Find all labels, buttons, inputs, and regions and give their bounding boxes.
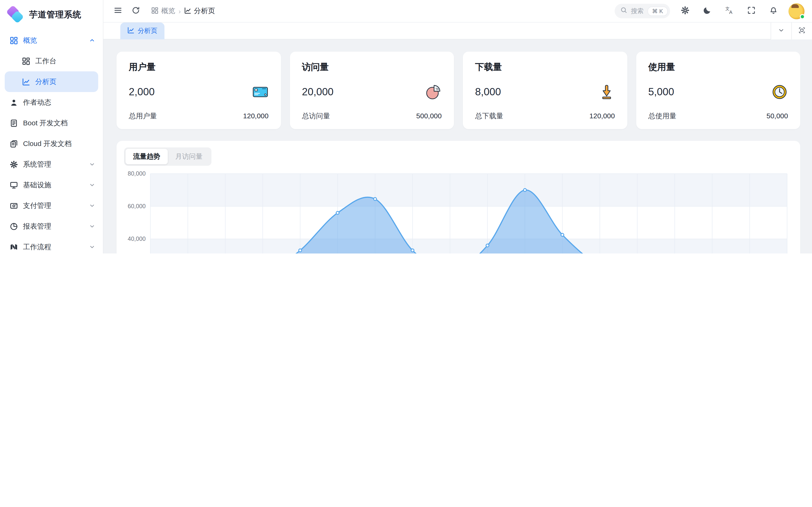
- settings-button[interactable]: [678, 4, 692, 18]
- sidebar-item-infrastructure[interactable]: 基础设施: [0, 175, 103, 195]
- app-window: 芋道管理系统 概览工作台分析页作者动态Boot 开发文档Cloud 开发文档系统…: [0, 0, 812, 253]
- stat-total-label: 总用户量: [129, 112, 157, 121]
- stat-card-value: 2,000: [129, 86, 155, 98]
- chevron-down-icon: [89, 161, 95, 168]
- dark-mode-button[interactable]: [700, 4, 714, 18]
- search-icon: [620, 7, 627, 15]
- user-count-icon: [252, 83, 268, 101]
- breadcrumb-root[interactable]: 概览: [151, 7, 175, 15]
- visit-count-icon: %: [425, 83, 442, 101]
- sidebar: 芋道管理系统 概览工作台分析页作者动态Boot 开发文档Cloud 开发文档系统…: [0, 0, 103, 253]
- sidebar-item-label: 工作台: [35, 57, 95, 65]
- gear-icon: [9, 160, 18, 169]
- stat-card-usage-count: 使用量5,000总使用量50,000: [636, 52, 800, 129]
- chevron-down-icon: [89, 182, 95, 188]
- sidebar-item-label: 概览: [23, 36, 89, 45]
- refresh-icon: [132, 6, 140, 16]
- sidebar-item-label: 支付管理: [23, 201, 89, 210]
- traffic-trend-chart[interactable]: 020,00040,00060,00080,0006:007:008:009:0…: [124, 170, 793, 253]
- sidebar-item-system[interactable]: 系统管理: [0, 154, 103, 175]
- sidebar-item-label: 作者动态: [23, 98, 95, 107]
- pie-icon: [9, 222, 18, 230]
- doc-icon: [9, 119, 18, 127]
- hamburger-icon: [114, 6, 122, 16]
- topbar-right: 搜索 ⌘ K 文A: [614, 3, 812, 19]
- chevron-down-icon: [89, 244, 95, 250]
- user-icon: [9, 98, 18, 107]
- tab-analysis[interactable]: 分析页: [120, 22, 164, 40]
- stat-card-download-count: 下载量8,000总下载量120,000: [463, 52, 627, 129]
- online-status-dot: [800, 14, 805, 19]
- svg-text:A: A: [729, 10, 732, 14]
- tab-bar-actions: [771, 22, 812, 40]
- chart-icon: [21, 77, 30, 86]
- stat-card-title: 用户量: [129, 61, 268, 73]
- sidebar-item-label: Cloud 开发文档: [23, 139, 95, 148]
- sidebar-item-overview[interactable]: 概览: [0, 30, 103, 51]
- workflow-icon: [9, 243, 18, 251]
- language-button[interactable]: 文A: [722, 4, 737, 18]
- usage-count-icon: [771, 83, 788, 101]
- sidebar-item-label: 工作流程: [23, 242, 89, 251]
- sidebar-item-label: 系统管理: [23, 160, 89, 169]
- topbar: 概览 › 分析页 搜索 ⌘ K 文A: [103, 0, 812, 22]
- moon-icon: [703, 6, 711, 16]
- tab-monthly-visits[interactable]: 月访问量: [168, 149, 210, 164]
- svg-text:%: %: [436, 87, 439, 91]
- payment-icon: [9, 202, 18, 210]
- sidebar-item-label: Boot 开发文档: [23, 119, 95, 127]
- stat-total-value: 500,000: [416, 112, 442, 121]
- grid-icon: [9, 36, 18, 45]
- content-fullscreen-button[interactable]: [791, 22, 812, 40]
- stat-total-value: 120,000: [590, 112, 615, 121]
- grid-icon: [21, 57, 30, 65]
- stat-total-value: 120,000: [243, 112, 268, 121]
- stat-card-value: 8,000: [475, 86, 501, 98]
- search-placeholder: 搜索: [631, 7, 644, 15]
- chevron-up-icon: [89, 37, 95, 44]
- sidebar-item-boot-docs[interactable]: Boot 开发文档: [0, 113, 103, 133]
- main-content: 用户量2,000总用户量120,000访问量20,000%总访问量500,000…: [103, 40, 812, 253]
- breadcrumb: 概览 › 分析页: [151, 7, 215, 15]
- chevron-down-icon: [89, 223, 95, 230]
- bell-icon: [769, 6, 778, 16]
- chart-icon: [184, 7, 191, 15]
- stat-card-value: 20,000: [302, 86, 334, 98]
- sidebar-item-label: 报表管理: [23, 222, 89, 231]
- search-input[interactable]: 搜索 ⌘ K: [614, 4, 670, 18]
- tab-options-button[interactable]: [771, 22, 791, 40]
- monitor-icon: [9, 181, 18, 189]
- breadcrumb-separator: ›: [179, 7, 181, 15]
- stats-row: 用户量2,000总用户量120,000访问量20,000%总访问量500,000…: [116, 52, 800, 129]
- app-logo[interactable]: 芋道管理系统: [0, 0, 103, 27]
- sidebar-item-workflow[interactable]: 工作流程: [0, 237, 103, 253]
- docs-icon: [9, 139, 18, 148]
- sidebar-item-label: 分析页: [35, 77, 91, 86]
- tab-bar: 分析页: [103, 22, 812, 40]
- sidebar-item-analysis[interactable]: 分析页: [5, 71, 98, 92]
- stat-total-label: 总下载量: [475, 112, 503, 121]
- sidebar-item-payment[interactable]: 支付管理: [0, 195, 103, 216]
- sidebar-item-cloud-docs[interactable]: Cloud 开发文档: [0, 133, 103, 154]
- sidebar-item-workbench[interactable]: 工作台: [0, 51, 103, 71]
- gear-icon: [681, 6, 689, 16]
- notifications-button[interactable]: [766, 4, 780, 18]
- svg-text:40,000: 40,000: [128, 235, 146, 242]
- breadcrumb-current[interactable]: 分析页: [184, 7, 215, 15]
- stat-card-title: 下载量: [475, 61, 615, 73]
- sidebar-item-author-news[interactable]: 作者动态: [0, 92, 103, 113]
- logo-icon: [7, 6, 24, 23]
- sidebar-item-label: 基础设施: [23, 180, 89, 189]
- stat-total-label: 总使用量: [648, 112, 676, 121]
- sidebar-item-report[interactable]: 报表管理: [0, 216, 103, 237]
- stat-total-label: 总访问量: [302, 112, 330, 121]
- tab-traffic-trend[interactable]: 流量趋势: [125, 149, 168, 164]
- refresh-button[interactable]: [129, 4, 143, 18]
- grid-icon: [151, 7, 158, 15]
- fullscreen-button[interactable]: [744, 4, 758, 18]
- menu-toggle-button[interactable]: [111, 4, 125, 18]
- user-avatar[interactable]: [789, 3, 805, 19]
- stat-card-title: 使用量: [648, 61, 788, 73]
- stat-card-value: 5,000: [648, 86, 674, 98]
- stat-card-visit-count: 访问量20,000%总访问量500,000: [290, 52, 454, 129]
